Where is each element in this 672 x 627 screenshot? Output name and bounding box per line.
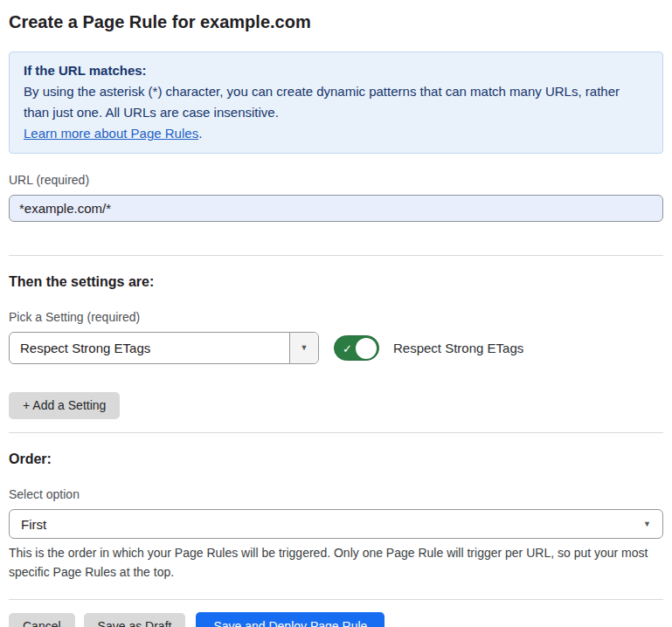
chevron-down-icon: ▼: [643, 520, 651, 528]
page-title: Create a Page Rule for example.com: [9, 10, 663, 33]
toggle-label: Respect Strong ETags: [393, 341, 523, 355]
setting-toggle-group: ✓ Respect Strong ETags: [334, 335, 523, 361]
order-section-heading: Order:: [9, 451, 663, 468]
link-suffix: .: [198, 126, 202, 141]
order-select-label: Select option: [9, 486, 663, 502]
setting-select-value: Respect Strong ETags: [20, 341, 150, 355]
settings-section-heading: Then the settings are:: [9, 273, 663, 291]
learn-more-link[interactable]: Learn more about Page Rules: [24, 126, 198, 141]
order-select-value: First: [21, 517, 46, 532]
order-help-text: This is the order in which your Page Rul…: [9, 543, 655, 582]
footer-divider: [9, 599, 663, 600]
url-matches-info-box: If the URL matches: By using the asteris…: [9, 52, 663, 154]
info-box-body: By using the asterisk (*) character, you…: [24, 81, 648, 123]
url-input[interactable]: [9, 195, 663, 222]
setting-row: Respect Strong ETags ▼ ✓ Respect Strong …: [9, 332, 663, 364]
setting-select[interactable]: Respect Strong ETags ▼: [9, 332, 319, 364]
toggle-knob: [356, 338, 377, 359]
check-icon: ✓: [343, 342, 352, 354]
cancel-button[interactable]: Cancel: [9, 613, 75, 627]
footer-actions: Cancel Save as Draft Save and Deploy Pag…: [9, 612, 663, 627]
order-select[interactable]: First ▼: [9, 509, 663, 539]
pick-setting-label: Pick a Setting (required): [9, 309, 663, 325]
setting-toggle[interactable]: ✓: [334, 335, 379, 361]
info-box-heading: If the URL matches:: [24, 60, 648, 81]
add-setting-button[interactable]: + Add a Setting: [9, 392, 120, 419]
save-draft-button[interactable]: Save as Draft: [84, 613, 186, 627]
chevron-down-icon: ▼: [301, 344, 308, 352]
section-divider: [9, 255, 663, 256]
url-field-label: URL (required): [9, 172, 663, 188]
save-deploy-button[interactable]: Save and Deploy Page Rule: [196, 612, 384, 627]
setting-select-arrow-button[interactable]: ▼: [289, 333, 318, 363]
info-box-link-line: Learn more about Page Rules.: [24, 123, 648, 144]
section-divider: [9, 432, 663, 433]
